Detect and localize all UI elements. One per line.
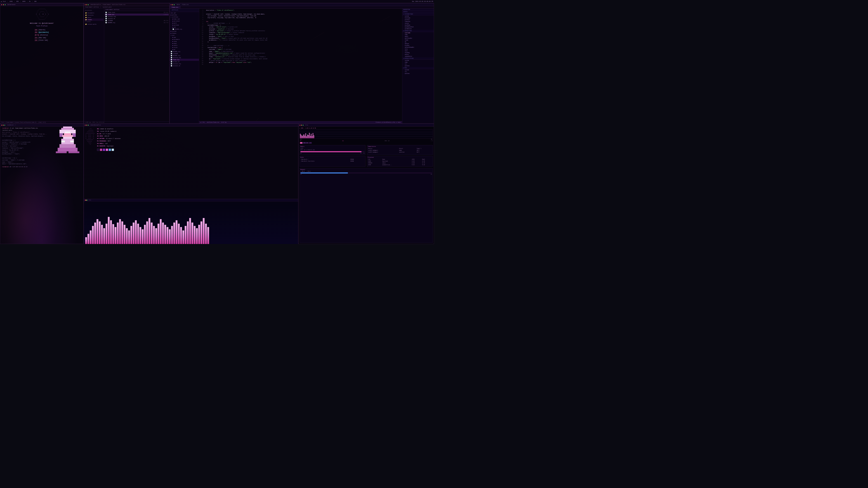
outline-item-wmtype[interactable]: · wmType — [402, 43, 434, 45]
tree-item-themes[interactable]: ▶ themes — [170, 32, 199, 34]
tree-item-wm[interactable]: ▶ wm — [170, 48, 199, 51]
minimize-button-dot[interactable] — [3, 4, 4, 5]
tree-item-desktoppng[interactable]: 📄 desktop.png — [170, 57, 199, 59]
outline-item-grubdevice[interactable]: · grubDevice — [402, 28, 434, 30]
tree-item-app[interactable]: ▶ app — [170, 36, 199, 38]
fm-sidebar-item-pictures[interactable]: 📁 Pictures — [84, 14, 103, 16]
qute-menu-item-quickmarks[interactable]: [b] [Quickmarks] — [35, 31, 49, 34]
tree-item-git[interactable]: ▶▶ .git — [170, 12, 199, 14]
editor-tab-flakenix[interactable]: flake.nix — [170, 6, 180, 8]
outline-item-hostname[interactable]: · hostname — [402, 17, 434, 19]
outline-item-email[interactable]: · email — [402, 36, 434, 37]
outline-item-bootmountpath[interactable]: · bootMountPath — [402, 26, 434, 28]
spectrum-maximize-btn[interactable] — [87, 200, 88, 201]
outline-item-pkgs-patches[interactable]: · patches — [402, 73, 434, 74]
tree-item-work[interactable]: ▶ work — [170, 22, 199, 24]
tree-item-personal[interactable]: ▶ personal — [170, 20, 199, 22]
editor-minimize-button[interactable] — [172, 4, 173, 5]
fm-current-path: /home/emmet/.dotfiles — [105, 9, 119, 10]
fm-file-readmeorg[interactable]: 📄 README.org 12.7 K — [105, 22, 169, 24]
terminal-output[interactable]: root@root:~$ cat /home/emmet/.dotfiles/f… — [0, 127, 84, 244]
tree-item-patches[interactable]: ▶ patches — [170, 14, 199, 16]
qute-menu-item-closetab[interactable]: [x] [Close tab] — [35, 39, 49, 42]
outline-item-username[interactable]: · username — [402, 32, 434, 34]
sysmon-close-button[interactable] — [300, 125, 301, 126]
tree-item-readme1[interactable]: 📄 README.org — [170, 28, 199, 30]
fm-close-button[interactable] — [85, 4, 86, 5]
fm-sidebar-item-themes[interactable]: 📁 themes — [84, 19, 103, 21]
tree-item-hardware[interactable]: ▶ hardware — [170, 38, 199, 40]
tree-item-installsh[interactable]: 📄 install.sh — [170, 65, 199, 67]
outline-item-pkgs-system[interactable]: · system — [402, 69, 434, 71]
outline-item-term[interactable]: · term — [402, 48, 434, 50]
neofetch-maximize-button[interactable] — [88, 125, 89, 126]
term-close-button[interactable] — [1, 125, 2, 126]
term-minimize-button[interactable] — [3, 125, 4, 126]
outline-item-font[interactable]: · font — [402, 50, 434, 52]
outline-item-theme[interactable]: · theme — [402, 39, 434, 41]
outline-item-bootmode[interactable]: · bootMode — [402, 24, 434, 26]
tree-item-homelab[interactable]: ▶ home lab — [170, 18, 199, 20]
term-maximize-button[interactable] — [4, 125, 5, 126]
fm-maximize-button[interactable] — [88, 4, 89, 5]
outline-item-np-system[interactable]: · system — [402, 60, 434, 61]
tree-item-worklab[interactable]: ▶ worklab — [170, 24, 199, 26]
editor-maximize-button[interactable] — [174, 4, 175, 5]
tree-item-wsl[interactable]: ▶ wsl — [170, 26, 199, 28]
tree-item-readmeorg[interactable]: 📄 README.org — [170, 55, 199, 57]
tree-item-style[interactable]: ▶ style — [170, 46, 199, 48]
fm-file-flicklock[interactable]: 📄 flake.lock 27.5 K — [105, 11, 169, 13]
outline-item-np-patches[interactable]: · patches — [402, 65, 434, 67]
sysmon-minimize-button[interactable] — [301, 125, 302, 126]
qute-menu-item-history[interactable]: [$ h] [History] — [35, 34, 49, 37]
tree-item-profiles[interactable]: ▼ profiles — [170, 16, 199, 18]
outline-item-locale[interactable]: · locale — [402, 23, 434, 24]
outline-item-np-name[interactable]: · name — [402, 61, 434, 63]
fm-file-license[interactable]: 📄 LICENSE 34.2 K — [105, 20, 169, 22]
cpu-bar-item — [310, 136, 311, 138]
tree-item-installorg[interactable]: 📄 install.org — [170, 63, 199, 65]
fm-sidebar-item-documents[interactable]: 📁 Documents — [84, 12, 103, 14]
tree-item-license[interactable]: 📄 LICENSE — [170, 53, 199, 55]
outline-item-editor[interactable]: · editor — [402, 54, 434, 56]
outline-item-profile[interactable]: · profile — [402, 19, 434, 21]
editor-close-button[interactable] — [170, 4, 172, 5]
outline-item-name[interactable]: · name — [402, 34, 434, 36]
outline-item-wm[interactable]: · wm — [402, 41, 434, 43]
outline-item-spawnedit[interactable]: · spawnEditor — [402, 56, 434, 57]
sysmon-maximize-button[interactable] — [303, 125, 304, 126]
tree-item-system[interactable]: ▶ system — [170, 30, 199, 32]
editor-code-content[interactable]: 1234567891011121314151617181920212223242… — [199, 8, 402, 121]
outline-item-pkgs-src[interactable]: · src — [402, 71, 434, 73]
qute-menu-item-search[interactable]: [o] [Search] — [35, 29, 49, 31]
neofetch-minimize-button[interactable] — [86, 125, 87, 126]
topbar-ram: 18G — [34, 1, 37, 2]
tree-item-lang[interactable]: ▶ lang — [170, 40, 199, 42]
fm-sidebar-item-external[interactable]: 📁 octave-works — [84, 23, 103, 25]
topbar-workspace[interactable]: Tech — [3, 1, 6, 2]
tree-item-hardensh[interactable]: 📄 harden.sh — [170, 61, 199, 63]
tree-item-shell[interactable]: ▶ shell — [170, 44, 199, 46]
outline-item-defaultroamdir[interactable]: · defaultRoamDir — [402, 46, 434, 48]
fm-minimize-button[interactable] — [86, 4, 87, 5]
fm-file-installsh[interactable]: 📄 install.sh — [105, 18, 169, 20]
fm-file-installorg[interactable]: 📄 install.org — [105, 15, 169, 18]
outline-item-system[interactable]: · system — [402, 15, 434, 17]
fm-sidebar-item-music[interactable]: 📁 Music — [84, 16, 103, 19]
outline-item-np-src[interactable]: · src — [402, 63, 434, 65]
outline-item-fontpkg[interactable]: · fontPkg — [402, 52, 434, 54]
neofetch-arch: AR ARCH: x86_64 — [97, 135, 121, 138]
neofetch-close-button[interactable] — [85, 125, 86, 126]
outline-section-pkgs: ▼ pkgs — [402, 67, 434, 69]
fm-file-flakenix[interactable]: 📄 flake.nix 2.26 K — [105, 13, 169, 15]
outline-item-dotfilesdir[interactable]: · dotfilesDir — [402, 37, 434, 39]
outline-item-timezone[interactable]: · timezone — [402, 21, 434, 23]
maximize-button-dot[interactable] — [5, 4, 6, 5]
tree-item-pkgs[interactable]: ▶ pkgs — [170, 42, 199, 44]
tree-item-user[interactable]: ▼ user — [170, 34, 199, 36]
tree-item-flakenix[interactable]: 📄 flake.nix — [170, 59, 199, 61]
qute-menu-item-newtab[interactable]: [t] [New tab] — [35, 37, 49, 39]
outline-item-browser[interactable]: · browser — [402, 45, 434, 46]
tree-item-readme2[interactable]: 📄 README.org — [170, 51, 199, 53]
close-button-dot[interactable] — [1, 4, 2, 5]
